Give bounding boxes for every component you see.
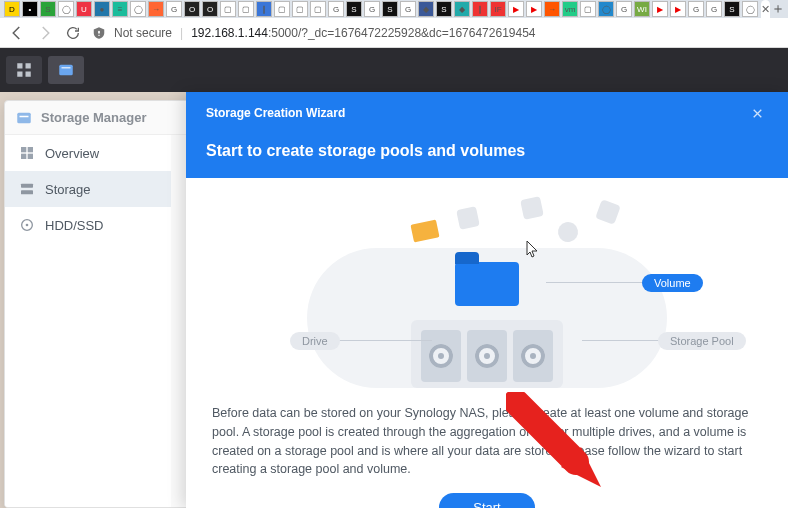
drive-slot bbox=[467, 330, 507, 382]
tab-favicon[interactable]: ◆ bbox=[454, 1, 470, 17]
tab-favicon[interactable]: ◯ bbox=[598, 1, 614, 17]
label-storage-pool: Storage Pool bbox=[658, 332, 746, 350]
svg-rect-12 bbox=[21, 184, 33, 188]
tab-favicon[interactable]: ▢ bbox=[220, 1, 236, 17]
label-volume: Volume bbox=[642, 274, 703, 292]
storage-icon bbox=[19, 181, 35, 197]
wizard-footer: Start bbox=[212, 479, 762, 508]
storage-creation-wizard: Storage Creation Wizard Start to create … bbox=[186, 92, 788, 508]
rocket-flying-icon bbox=[595, 199, 621, 225]
svg-rect-3 bbox=[26, 72, 31, 77]
volume-folder-icon bbox=[455, 262, 519, 306]
drive-slot bbox=[513, 330, 553, 382]
dsm-taskbar bbox=[0, 48, 788, 92]
disk-icon bbox=[521, 344, 545, 368]
tab-favicon[interactable]: G bbox=[706, 1, 722, 17]
tab-favicon[interactable]: S bbox=[382, 1, 398, 17]
tab-favicon[interactable]: G bbox=[400, 1, 416, 17]
wizard-subtitle: Start to create storage pools and volume… bbox=[206, 142, 768, 160]
security-label: Not secure bbox=[114, 26, 172, 40]
svg-rect-13 bbox=[21, 190, 33, 194]
tab-favicon[interactable]: ▢ bbox=[238, 1, 254, 17]
wizard-body: Volume Drive Storage Pool Before data ca… bbox=[186, 178, 788, 508]
tab-favicon[interactable]: • bbox=[22, 1, 38, 17]
wizard-header: Storage Creation Wizard Start to create … bbox=[186, 92, 788, 178]
tab-favicon[interactable]: G bbox=[328, 1, 344, 17]
wizard-close-button[interactable] bbox=[746, 102, 768, 124]
svg-rect-10 bbox=[21, 154, 26, 159]
tab-favicon[interactable]: G bbox=[166, 1, 182, 17]
tab-favicon[interactable]: ◯ bbox=[130, 1, 146, 17]
tab-favicon[interactable]: ▢ bbox=[310, 1, 326, 17]
drive-bay bbox=[411, 320, 563, 388]
music-flying-icon bbox=[556, 220, 580, 244]
tab-favicon[interactable]: WI bbox=[634, 1, 650, 17]
tab-favicon[interactable]: vm bbox=[562, 1, 578, 17]
tab-favicon[interactable]: G bbox=[364, 1, 380, 17]
tab-favicon[interactable]: S bbox=[724, 1, 740, 17]
tab-favicon[interactable]: ▶ bbox=[652, 1, 668, 17]
mouse-cursor-icon bbox=[526, 240, 540, 258]
window-title: Storage Manager bbox=[41, 110, 146, 125]
tab-favicon[interactable]: ▶ bbox=[526, 1, 542, 17]
tab-favicon[interactable]: S bbox=[436, 1, 452, 17]
separator: | bbox=[180, 26, 183, 40]
tab-favicon[interactable]: ▶ bbox=[670, 1, 686, 17]
tab-favicon[interactable]: S bbox=[346, 1, 362, 17]
browser-tab-strip: D • S ◯ U ● ≡ ◯ → G O O ▢ ▢ ∥ ▢ ▢ ▢ G S … bbox=[0, 0, 788, 18]
tab-favicon[interactable]: ≡ bbox=[112, 1, 128, 17]
wizard-description: Before data can be stored on your Synolo… bbox=[212, 404, 762, 479]
tab-favicon[interactable]: → bbox=[148, 1, 164, 17]
address-bar[interactable]: Not secure | 192.168.1.144:5000/?_dc=167… bbox=[92, 26, 780, 40]
taskbar-storage-manager[interactable] bbox=[48, 56, 84, 84]
close-tab-icon[interactable]: ✕ bbox=[761, 3, 770, 16]
svg-rect-2 bbox=[17, 72, 22, 77]
tab-favicon[interactable]: ∥ bbox=[256, 1, 272, 17]
tab-favicon[interactable]: O bbox=[202, 1, 218, 17]
svg-rect-7 bbox=[20, 115, 29, 117]
tab-favicon[interactable]: G bbox=[688, 1, 704, 17]
arrow-right-icon bbox=[36, 24, 54, 42]
arrow-left-icon bbox=[8, 24, 26, 42]
active-tab[interactable]: ✕ bbox=[761, 0, 770, 18]
wizard-illustration: Volume Drive Storage Pool bbox=[212, 192, 762, 388]
sidebar-item-hdd-ssd[interactable]: HDD/SSD bbox=[5, 207, 171, 243]
tab-favicon[interactable]: ◯ bbox=[58, 1, 74, 17]
reload-button[interactable] bbox=[64, 24, 82, 42]
svg-rect-0 bbox=[17, 63, 22, 68]
sidebar-item-storage[interactable]: Storage bbox=[5, 171, 171, 207]
folder-flying-icon bbox=[410, 219, 439, 242]
sidebar-item-overview[interactable]: Overview bbox=[5, 135, 171, 171]
svg-rect-11 bbox=[28, 154, 33, 159]
svg-rect-1 bbox=[26, 63, 31, 68]
back-button[interactable] bbox=[8, 24, 26, 42]
tab-favicon[interactable]: ▢ bbox=[274, 1, 290, 17]
tab-favicon[interactable]: → bbox=[544, 1, 560, 17]
tab-favicon[interactable]: ∥ bbox=[472, 1, 488, 17]
main-menu-button[interactable] bbox=[6, 56, 42, 84]
tab-favicon[interactable]: D bbox=[4, 1, 20, 17]
tab-favicon[interactable]: G bbox=[616, 1, 632, 17]
svg-rect-5 bbox=[62, 67, 71, 69]
tab-favicon[interactable]: O bbox=[184, 1, 200, 17]
favicon-row: D • S ◯ U ● ≡ ◯ → G O O ▢ ▢ ∥ ▢ ▢ ▢ G S … bbox=[4, 0, 758, 18]
sidebar-label: Overview bbox=[45, 146, 99, 161]
start-button[interactable]: Start bbox=[439, 493, 534, 508]
wizard-title: Storage Creation Wizard bbox=[206, 106, 345, 120]
tab-favicon[interactable]: ▢ bbox=[580, 1, 596, 17]
tab-favicon[interactable]: ▶ bbox=[508, 1, 524, 17]
tab-favicon[interactable]: ◆ bbox=[418, 1, 434, 17]
tab-favicon[interactable]: ▢ bbox=[292, 1, 308, 17]
tab-favicon[interactable]: ◯ bbox=[742, 1, 758, 17]
tab-favicon[interactable]: ● bbox=[94, 1, 110, 17]
tab-favicon[interactable]: U bbox=[76, 1, 92, 17]
not-secure-icon bbox=[92, 26, 106, 40]
tab-favicon[interactable]: IF bbox=[490, 1, 506, 17]
video-flying-icon bbox=[520, 196, 544, 220]
connector-line bbox=[336, 340, 432, 341]
disk-icon bbox=[429, 344, 453, 368]
new-tab-button[interactable]: ＋ bbox=[771, 0, 785, 18]
svg-rect-6 bbox=[17, 112, 31, 123]
forward-button[interactable] bbox=[36, 24, 54, 42]
tab-favicon[interactable]: S bbox=[40, 1, 56, 17]
